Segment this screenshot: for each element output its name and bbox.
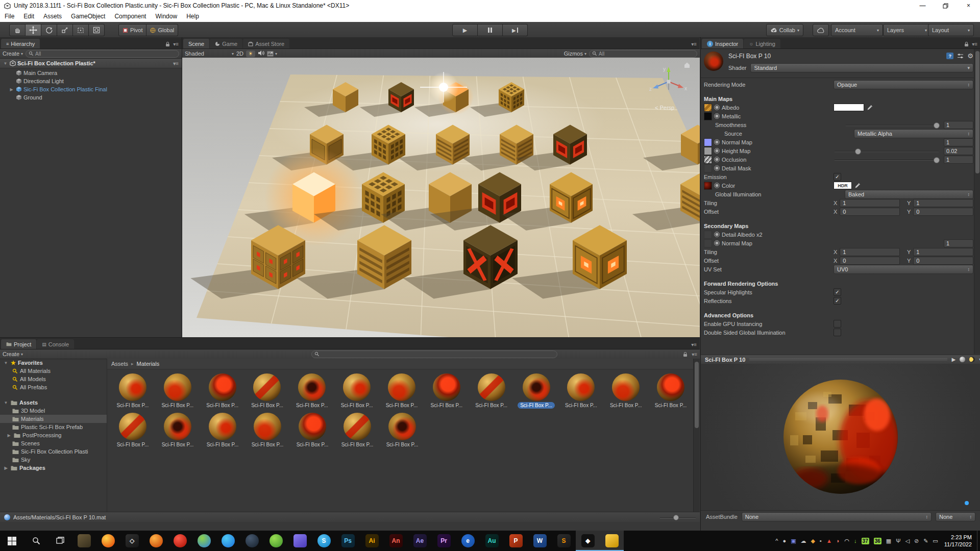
after-effects-icon[interactable]: Ae bbox=[408, 531, 432, 551]
scene-header-row[interactable]: ▼ Sci-Fi Box Collection Plastic* ▾≡ bbox=[0, 59, 182, 68]
transform-tool-button[interactable] bbox=[89, 24, 105, 36]
opera-icon[interactable] bbox=[168, 531, 192, 551]
global-toggle-button[interactable]: Global bbox=[146, 24, 178, 36]
green-app-icon[interactable] bbox=[264, 531, 288, 551]
detail-albedo-thumb[interactable] bbox=[704, 231, 712, 239]
audition-icon[interactable]: Au bbox=[480, 531, 504, 551]
panel-menu-icon[interactable]: ▾≡ bbox=[173, 41, 179, 47]
vscode-icon[interactable] bbox=[288, 531, 312, 551]
heightmap-value[interactable]: 0.02 bbox=[944, 147, 973, 155]
tab-project[interactable]: Project bbox=[1, 339, 36, 349]
shader-dropdown[interactable]: Standard▾ bbox=[750, 63, 973, 72]
close-button[interactable]: × bbox=[957, 0, 980, 11]
rotate-tool-button[interactable] bbox=[41, 24, 57, 36]
material-preview-header[interactable]: Sci-FI Box P 10 ▶ ▾≡ bbox=[701, 355, 980, 364]
folder-item[interactable]: Scenes bbox=[0, 439, 107, 447]
firefox-icon[interactable] bbox=[96, 531, 120, 551]
global-illumination-dropdown[interactable]: Baked↕ bbox=[845, 190, 973, 199]
gizmos-dropdown[interactable]: Gizmos▾ bbox=[564, 51, 586, 57]
material-item[interactable]: Sci-FI Box P... bbox=[424, 373, 469, 409]
play-button[interactable]: ▶ bbox=[452, 24, 478, 36]
reflections-checkbox[interactable]: ✓ bbox=[834, 297, 841, 305]
favorite-item[interactable]: All Prefabs bbox=[0, 383, 107, 391]
occlusion-target-icon[interactable] bbox=[714, 157, 720, 162]
secondary-normalmap-value[interactable]: 1 bbox=[944, 239, 973, 247]
layers-dropdown[interactable]: Layers▾ bbox=[883, 24, 931, 36]
folder-item[interactable]: Materials bbox=[0, 415, 107, 423]
albedo-texture-thumb[interactable] bbox=[704, 104, 712, 112]
menu-file[interactable]: File bbox=[0, 11, 19, 22]
material-item[interactable]: Sci-FI Box P... bbox=[469, 373, 514, 409]
ccleaner-icon[interactable]: ◗ bbox=[837, 538, 840, 544]
material-item[interactable]: Sci-FI Box P... bbox=[245, 373, 290, 409]
project-search-input[interactable] bbox=[311, 350, 557, 358]
secondary-offset-y-field[interactable]: 0 bbox=[913, 257, 973, 265]
material-item[interactable]: Sci-FI Box P... bbox=[200, 413, 245, 448]
material-item[interactable]: Sci-FI Box P... bbox=[603, 373, 648, 409]
taskbar-clock[interactable]: 2:23 PM 11/17/2022 bbox=[942, 534, 977, 548]
badge-36[interactable]: 36 bbox=[874, 538, 881, 544]
volume-icon[interactable]: ◁ bbox=[905, 538, 909, 544]
occlusion-slider[interactable] bbox=[834, 156, 940, 164]
minimize-button[interactable]: — bbox=[911, 0, 934, 11]
network-off-icon[interactable]: ⊘ bbox=[914, 538, 919, 544]
files-app-icon[interactable] bbox=[72, 531, 96, 551]
emission-checkbox[interactable]: ✓ bbox=[834, 173, 841, 181]
menu-gameobject[interactable]: GameObject bbox=[66, 11, 110, 22]
material-item[interactable]: Sci-FI Box P... bbox=[245, 413, 290, 448]
powerpoint-icon[interactable]: P bbox=[504, 531, 528, 551]
thumbnail-zoom-slider[interactable] bbox=[660, 514, 696, 521]
panel-menu-icon[interactable]: ▾≡ bbox=[692, 352, 697, 357]
hdr-color-swatch[interactable]: HDR bbox=[834, 182, 852, 189]
normalmap-value[interactable]: 1 bbox=[944, 138, 973, 146]
edge-icon[interactable] bbox=[216, 531, 240, 551]
material-item[interactable]: Sci-FI Box P... bbox=[289, 373, 334, 409]
source-dropdown[interactable]: Metallic Alpha↕ bbox=[854, 129, 973, 138]
realtek-icon[interactable]: ◆ bbox=[811, 538, 815, 544]
perspective-label[interactable]: < Persp bbox=[655, 105, 674, 111]
material-item[interactable]: Sci-FI Box P... bbox=[290, 413, 335, 448]
task-view-button[interactable] bbox=[48, 531, 72, 551]
preview-light-icon[interactable] bbox=[969, 357, 975, 362]
premiere-icon[interactable]: Pr bbox=[432, 531, 456, 551]
tiling-x-field[interactable]: 1 bbox=[840, 199, 900, 207]
heightmap-texture-thumb[interactable] bbox=[704, 147, 712, 155]
packages-header[interactable]: ▶Packages bbox=[0, 464, 107, 472]
folder-item[interactable]: 3D Model bbox=[0, 407, 107, 415]
preview-drag-grip[interactable] bbox=[749, 358, 947, 361]
panel-menu-icon[interactable]: ▾≡ bbox=[691, 41, 697, 47]
material-item[interactable]: Sci-FI Box P... bbox=[155, 413, 200, 448]
toggle-2d-button[interactable]: 2D bbox=[236, 51, 243, 57]
usb-icon[interactable]: Ψ bbox=[896, 538, 900, 544]
hierarchy-item[interactable]: Main Camera bbox=[6, 69, 182, 77]
material-item[interactable]: Sci-FI Box P... bbox=[514, 373, 559, 409]
steam-icon[interactable] bbox=[240, 531, 264, 551]
occlusion-value[interactable]: 1 bbox=[944, 156, 973, 164]
sublime-icon[interactable]: S bbox=[552, 531, 576, 551]
tiling-y-field[interactable]: 1 bbox=[913, 199, 973, 207]
assets-header[interactable]: ▼Assets bbox=[0, 398, 107, 407]
material-item[interactable]: Sci-FI Box P... bbox=[155, 373, 200, 409]
emission-color-thumb[interactable] bbox=[704, 182, 712, 190]
material-item[interactable]: Sci-FI Box P... bbox=[335, 413, 380, 448]
preview-play-icon[interactable]: ▶ bbox=[951, 357, 955, 362]
material-item[interactable]: Sci-FI Box P... bbox=[558, 373, 603, 409]
gear-icon[interactable]: ⚙ bbox=[967, 52, 973, 60]
hierarchy-item[interactable]: Directional Light bbox=[6, 77, 182, 85]
presets-icon[interactable] bbox=[957, 53, 964, 59]
specular-highlights-checkbox[interactable]: ✓ bbox=[834, 288, 841, 296]
pen-icon[interactable]: ✎ bbox=[923, 538, 928, 544]
albedo-target-icon[interactable] bbox=[714, 105, 720, 110]
hierarchy-search-input[interactable]: All bbox=[26, 50, 179, 58]
offset-x-field[interactable]: 0 bbox=[840, 208, 900, 216]
collab-button[interactable]: Collab▾ bbox=[766, 24, 803, 36]
folder-item[interactable]: ▶PostProcessing bbox=[0, 431, 107, 439]
gray-app-icon[interactable]: ▪ bbox=[820, 538, 822, 544]
folder-item[interactable]: Sic-Fi Box Collection Plasti bbox=[0, 447, 107, 456]
lock-icon[interactable] bbox=[683, 352, 688, 357]
material-item[interactable]: Sci-FI Box P... bbox=[110, 373, 155, 409]
inspector-scrollbar[interactable] bbox=[974, 49, 980, 354]
panel-menu-icon[interactable]: ▾≡ bbox=[691, 342, 697, 347]
folder-item[interactable]: Sky bbox=[0, 456, 107, 464]
unity-editor-icon[interactable]: ◆ bbox=[576, 531, 600, 551]
